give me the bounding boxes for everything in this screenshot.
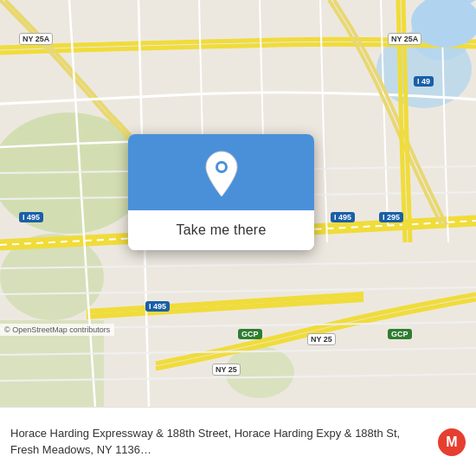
- road-label-ny25-right: NY 25: [307, 333, 336, 345]
- location-card: Take me there: [128, 134, 314, 250]
- road-label-i495-right: I 495: [331, 212, 355, 222]
- location-pin-icon: [201, 150, 242, 198]
- road-label-ny25a-right: NY 25A: [388, 33, 421, 45]
- address-text: Horace Harding Expressway & 188th Street…: [10, 426, 429, 457]
- road-label-i295: I 295: [379, 212, 403, 222]
- bottom-bar: Horace Harding Expressway & 188th Street…: [0, 407, 476, 476]
- osm-attribution: © OpenStreetMap contributors: [0, 324, 114, 336]
- road-label-i495-center: I 495: [145, 301, 170, 312]
- moovit-logo: M: [438, 428, 466, 456]
- card-icon-area: [128, 134, 314, 210]
- road-label-ny25a-left: NY 25A: [19, 33, 53, 45]
- road-label-ny25-bottom: NY 25: [212, 363, 241, 376]
- road-label-i49: I 49: [414, 76, 434, 87]
- take-me-there-button[interactable]: Take me there: [128, 210, 314, 250]
- map-view[interactable]: NY 25A NY 25A I 495 I 495 I 495 I 49 I 2…: [0, 0, 476, 407]
- svg-point-10: [218, 164, 225, 170]
- road-label-gcp-left: GCP: [238, 329, 262, 339]
- road-label-i495-left: I 495: [19, 212, 43, 222]
- moovit-icon: M: [438, 428, 466, 456]
- road-label-gcp-right: GCP: [388, 329, 412, 339]
